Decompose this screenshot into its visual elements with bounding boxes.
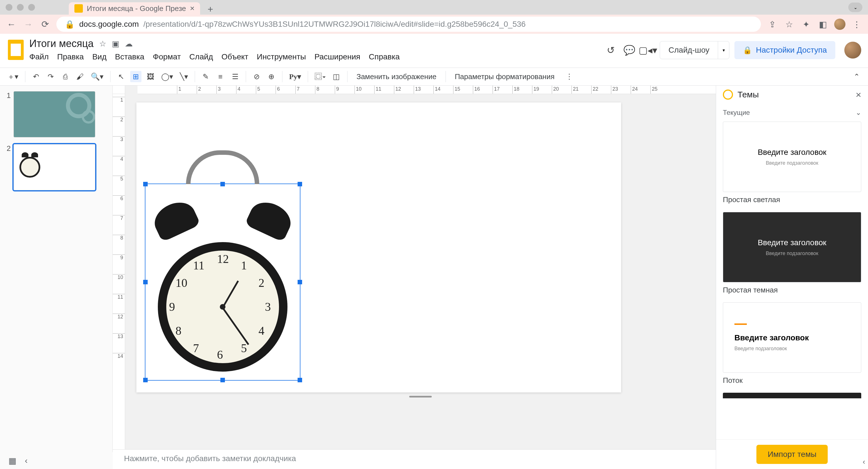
textbox-tool[interactable]: ⊞ — [130, 71, 142, 82]
share-lock-icon: 🔒 — [743, 46, 752, 55]
horizontal-ruler[interactable]: 1234567891011121314151617181920212223242… — [137, 86, 716, 94]
lock-icon: 🔒 — [65, 20, 75, 29]
slide-thumbnail[interactable] — [13, 91, 95, 137]
doc-title[interactable]: Итоги месяца — [29, 38, 94, 49]
slide-number: 2 — [4, 144, 11, 190]
current-themes-toggle[interactable]: Текущие ⌄ — [723, 106, 861, 122]
menu-edit[interactable]: Правка — [57, 53, 84, 61]
menu-extensions[interactable]: Расширения — [314, 53, 361, 61]
new-tab-button[interactable]: + — [205, 3, 216, 14]
replace-image-button[interactable]: Заменить изображение — [352, 72, 440, 81]
page-indicator[interactable] — [409, 396, 432, 398]
import-theme-button[interactable]: Импорт темы — [756, 445, 828, 464]
resize-handle[interactable] — [143, 280, 148, 284]
browser-tab-strip: Итоги месяца - Google Презе × + ⌄ — [0, 0, 868, 14]
resize-handle[interactable] — [220, 182, 225, 187]
theme-card-light[interactable]: Введите заголовок Введите подзаголовок — [723, 122, 861, 192]
vertical-ruler[interactable]: 1234567891011121314 — [113, 94, 125, 449]
filmstrip[interactable]: 1 2 ▦ ‹ — [0, 86, 113, 469]
resize-handle[interactable] — [298, 280, 302, 284]
meet-icon[interactable]: ▢◂▾ — [641, 43, 655, 57]
new-slide-button[interactable]: ＋▾ — [6, 71, 20, 82]
history-icon[interactable]: ↺ — [604, 43, 617, 57]
mask-button[interactable]: ◫ — [331, 71, 342, 82]
menu-slide[interactable]: Слайд — [189, 53, 213, 61]
resize-handle[interactable] — [298, 378, 302, 382]
theme-preview-title: Введите заголовок — [735, 333, 809, 342]
menu-object[interactable]: Объект — [221, 53, 248, 61]
maximize-window[interactable] — [28, 4, 35, 11]
account-avatar[interactable] — [844, 42, 861, 59]
explore-icon[interactable]: ▦ — [8, 456, 17, 466]
star-icon[interactable]: ☆ — [99, 39, 106, 48]
comment-button[interactable]: ⊕ — [266, 71, 277, 82]
theme-card-stream[interactable]: Введите заголовок Введите подзаголовок — [723, 302, 861, 373]
slide[interactable]: 121234567891011 — [136, 102, 621, 393]
browser-tab[interactable]: Итоги месяца - Google Презе × — [69, 2, 200, 14]
close-tab-icon[interactable]: × — [190, 4, 194, 13]
link-button[interactable]: ⊘ — [251, 71, 262, 82]
url-input[interactable]: 🔒 docs.google.com/presentation/d/1-qp78z… — [56, 16, 761, 32]
shape-tool[interactable]: ◯▾ — [159, 71, 175, 82]
image-tool[interactable]: 🖼 — [145, 71, 156, 82]
menu-help[interactable]: Справка — [369, 53, 400, 61]
share-button[interactable]: 🔒 Настройки Доступа — [735, 41, 835, 59]
slideshow-button[interactable]: Слайд-шоу — [660, 41, 718, 59]
extensions-icon[interactable]: ✦ — [800, 19, 812, 30]
menu-format[interactable]: Формат — [153, 53, 181, 61]
selected-image-frame[interactable]: 121234567891011 — [145, 183, 301, 380]
menu-insert[interactable]: Вставка — [115, 53, 144, 61]
bookmark-icon[interactable]: ☆ — [783, 19, 795, 30]
menu-view[interactable]: Вид — [92, 53, 106, 61]
forward-button[interactable]: → — [23, 19, 34, 30]
theme-card-dark[interactable]: Введите заголовок Введите подзаголовок — [723, 212, 861, 282]
paint-format-button[interactable]: 🖌 — [74, 71, 86, 82]
hour-hand — [222, 280, 239, 308]
border-dash-button[interactable]: ☰ — [229, 71, 241, 82]
resize-handle[interactable] — [220, 378, 225, 382]
close-window[interactable] — [6, 4, 12, 11]
menu-file[interactable]: Файл — [29, 53, 49, 61]
slide-thumb-1[interactable]: 1 — [4, 91, 108, 137]
more-tools-button[interactable]: ⋮ — [564, 71, 575, 82]
slides-logo[interactable] — [6, 37, 26, 63]
slide-thumbnail-active[interactable] — [13, 144, 95, 190]
line-tool[interactable]: ╲▾ — [178, 71, 190, 82]
slideshow-button-group: Слайд-шоу ▾ — [660, 41, 730, 59]
close-themes-icon[interactable]: × — [856, 89, 861, 100]
profile-avatar[interactable] — [834, 19, 845, 30]
crop-button[interactable]: ⿴▾ — [313, 71, 328, 82]
zoom-button[interactable]: 🔍▾ — [89, 71, 105, 82]
move-folder-icon[interactable]: ▣ — [112, 39, 119, 48]
reload-button[interactable]: ⟳ — [39, 19, 51, 30]
sidepanel-icon[interactable]: ◧ — [817, 19, 829, 30]
collapse-toolbar-button[interactable]: ⌃ — [851, 71, 862, 82]
cloud-status-icon[interactable]: ☁ — [125, 39, 133, 48]
select-tool[interactable]: ↖ — [116, 71, 127, 82]
tabs-dropdown[interactable]: ⌄ — [848, 3, 862, 12]
comments-icon[interactable]: 💬 — [623, 43, 636, 57]
right-collapse-icon[interactable]: ‹ — [863, 458, 865, 466]
format-options-button[interactable]: Параметры форматирования — [451, 72, 559, 81]
border-weight-button[interactable]: ≡ — [215, 71, 226, 82]
minimize-window[interactable] — [17, 4, 24, 11]
speaker-notes[interactable]: Нажмите, чтобы добавить заметки докладчи… — [113, 449, 716, 469]
back-button[interactable]: ← — [6, 19, 17, 30]
theme-label-light: Простая светлая — [723, 195, 861, 204]
chevron-down-icon: ⌄ — [856, 109, 861, 116]
undo-button[interactable]: ↶ — [30, 71, 42, 82]
slide-canvas[interactable]: 121234567891011 — [125, 94, 716, 449]
resize-handle[interactable] — [298, 182, 302, 187]
print-button[interactable]: ⎙ — [60, 71, 71, 82]
script-button[interactable]: Py▾ — [287, 71, 303, 82]
slideshow-dropdown[interactable]: ▾ — [718, 41, 729, 59]
border-color-button[interactable]: ✎ — [200, 71, 211, 82]
slide-thumb-2[interactable]: 2 — [4, 144, 108, 190]
chrome-menu-icon[interactable]: ⋮ — [851, 19, 862, 30]
menu-tools[interactable]: Инструменты — [257, 53, 306, 61]
resize-handle[interactable] — [143, 378, 148, 382]
redo-button[interactable]: ↷ — [45, 71, 56, 82]
resize-handle[interactable] — [143, 182, 148, 187]
left-collapse-icon[interactable]: ‹ — [25, 456, 28, 465]
share-icon[interactable]: ⇪ — [767, 19, 778, 30]
